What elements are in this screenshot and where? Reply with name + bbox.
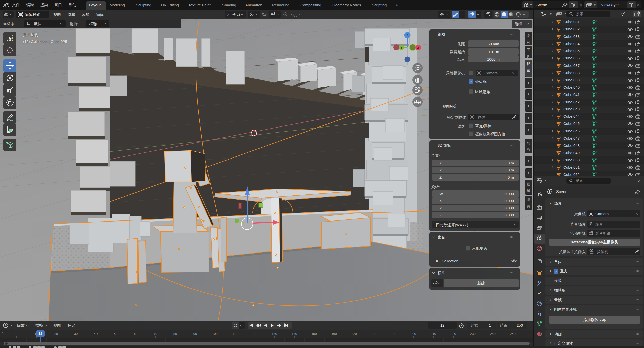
svg-text:Y: Y bbox=[401, 46, 403, 50]
svg-text:X: X bbox=[417, 46, 419, 50]
svg-text:Z: Z bbox=[406, 33, 408, 37]
